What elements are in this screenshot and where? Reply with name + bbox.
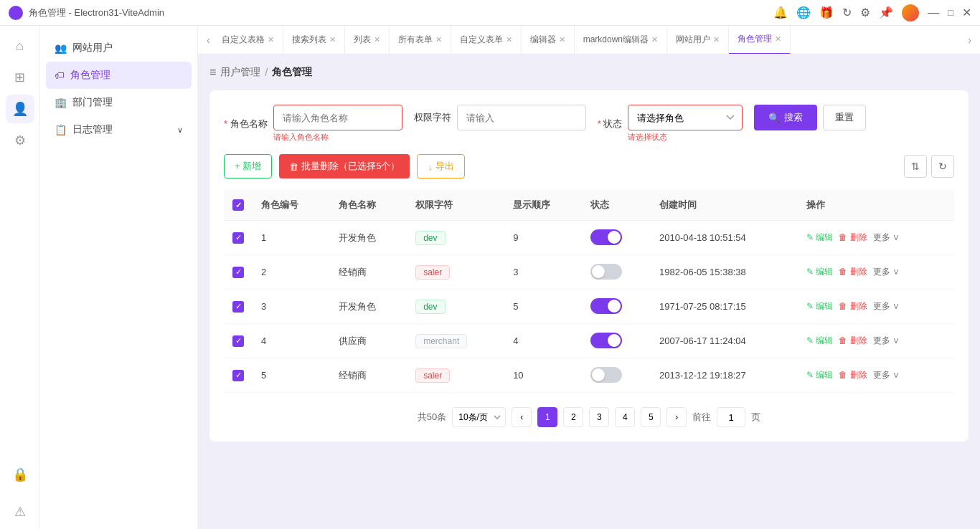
nav-item-lock[interactable]: 🔒 <box>6 460 34 489</box>
cell-status <box>582 255 651 290</box>
tab-close-list[interactable]: ✕ <box>374 35 380 44</box>
sort-button[interactable]: ⇅ <box>904 155 927 178</box>
sidebar-item-website-users[interactable]: 👥 网站用户 <box>40 34 197 62</box>
role-name-input[interactable] <box>273 105 402 130</box>
tab-list[interactable]: 列表 ✕ <box>345 26 390 54</box>
tab-all-forms[interactable]: 所有表单 ✕ <box>390 26 451 54</box>
nav-item-settings[interactable]: ⚙ <box>6 126 34 155</box>
cell-order: 10 <box>504 358 582 393</box>
page-3-button[interactable]: 3 <box>589 407 609 427</box>
nav-item-home[interactable]: ⌂ <box>6 32 34 60</box>
more-button-0[interactable]: 更多 ∨ <box>873 232 900 244</box>
page-2-button[interactable]: 2 <box>563 407 583 427</box>
cell-actions: ✎ 编辑 🗑 删除 更多 ∨ <box>798 324 954 358</box>
per-page-select[interactable]: 10条/页 20条/页 50条/页 <box>452 407 506 427</box>
tabs-arrow-left[interactable]: ‹ <box>204 34 213 46</box>
page-prev-button[interactable]: ‹ <box>512 407 532 427</box>
bell-icon[interactable]: 🔔 <box>773 6 788 19</box>
tab-custom-form[interactable]: 自定义表单 ✕ <box>451 26 522 54</box>
cell-actions: ✎ 编辑 🗑 删除 更多 ∨ <box>798 221 954 255</box>
cell-permission: merchant <box>407 324 504 358</box>
more-button-3[interactable]: 更多 ∨ <box>873 335 900 347</box>
select-all-checkbox[interactable] <box>232 199 244 211</box>
row-checkbox-1[interactable] <box>232 267 244 278</box>
minimize-button[interactable]: — <box>928 6 939 19</box>
row-checkbox-0[interactable] <box>232 232 244 244</box>
tabs-arrow-right[interactable]: › <box>965 34 974 46</box>
nav-item-user[interactable]: 👤 <box>6 95 34 123</box>
delete-button-0[interactable]: 🗑 删除 <box>839 232 867 244</box>
gift-icon[interactable]: 🎁 <box>819 6 834 19</box>
tab-role-mgmt[interactable]: 角色管理 ✕ <box>729 26 791 54</box>
edit-button-0[interactable]: ✎ 编辑 <box>806 232 833 244</box>
col-header-status: 状态 <box>582 190 651 221</box>
more-button-4[interactable]: 更多 ∨ <box>873 369 900 381</box>
status-toggle[interactable] <box>590 367 622 383</box>
goto-input[interactable] <box>717 407 745 427</box>
delete-button-3[interactable]: 🗑 删除 <box>839 335 867 347</box>
delete-button-2[interactable]: 🗑 删除 <box>839 300 867 313</box>
tab-website-users[interactable]: 网站用户 ✕ <box>667 26 729 54</box>
table-row: 3开发角色dev51971-07-25 08:17:15 ✎ 编辑 🗑 删除 更… <box>224 290 954 324</box>
more-button-2[interactable]: 更多 ∨ <box>873 300 900 313</box>
sidebar-item-role-mgmt[interactable]: 🏷 角色管理 <box>46 62 192 89</box>
breadcrumb-parent[interactable]: 用户管理 <box>220 66 260 79</box>
status-toggle[interactable] <box>590 298 622 314</box>
permission-input[interactable] <box>457 105 586 130</box>
cell-name: 供应商 <box>330 324 407 358</box>
row-checkbox-3[interactable] <box>232 335 244 347</box>
settings-icon[interactable]: ⚙ <box>860 6 870 19</box>
page-5-button[interactable]: 5 <box>641 407 661 427</box>
page-4-button[interactable]: 4 <box>615 407 635 427</box>
more-button-1[interactable]: 更多 ∨ <box>873 266 900 278</box>
edit-button-3[interactable]: ✎ 编辑 <box>806 335 833 347</box>
tab-close-all-forms[interactable]: ✕ <box>435 35 442 44</box>
tab-search-list[interactable]: 搜索列表 ✕ <box>283 26 345 54</box>
tab-close-website-users[interactable]: ✕ <box>713 35 720 44</box>
tab-close-editor[interactable]: ✕ <box>559 35 565 44</box>
tab-close-markdown-editor[interactable]: ✕ <box>651 35 658 44</box>
edit-button-2[interactable]: ✎ 编辑 <box>806 300 833 313</box>
search-button[interactable]: 🔍 搜索 <box>754 105 817 130</box>
close-button[interactable]: ✕ <box>962 6 971 19</box>
tab-close-search-list[interactable]: ✕ <box>329 35 336 44</box>
status-toggle[interactable] <box>590 333 622 348</box>
tab-editor[interactable]: 编辑器 ✕ <box>522 26 575 54</box>
col-header-permission: 权限字符 <box>407 190 504 221</box>
tab-markdown-editor[interactable]: markdown编辑器 ✕ <box>575 26 667 54</box>
page-1-button[interactable]: 1 <box>537 407 557 427</box>
row-checkbox-4[interactable] <box>232 370 244 381</box>
delete-button-1[interactable]: 🗑 删除 <box>839 266 867 278</box>
delete-button-4[interactable]: 🗑 删除 <box>839 369 867 381</box>
cell-permission: saler <box>407 255 504 290</box>
sidebar-item-dept-mgmt[interactable]: 🏢 部门管理 <box>40 89 197 116</box>
sidebar-item-log-mgmt[interactable]: 📋 日志管理 ∨ <box>40 116 197 143</box>
pin-icon[interactable]: 📌 <box>879 6 893 19</box>
tab-custom-table[interactable]: 自定义表格 ✕ <box>213 26 283 54</box>
tab-close-custom-table[interactable]: ✕ <box>268 35 274 44</box>
cell-status <box>582 290 651 324</box>
tab-close-custom-form[interactable]: ✕ <box>506 35 512 44</box>
status-select[interactable]: 请选择角色 启用 禁用 <box>628 105 743 130</box>
user-avatar[interactable] <box>902 4 919 22</box>
nav-item-warning[interactable]: ⚠ <box>6 497 34 526</box>
cell-created: 1971-07-25 08:17:15 <box>651 290 798 324</box>
row-checkbox-2[interactable] <box>232 301 244 313</box>
reset-button[interactable]: 重置 <box>823 105 866 130</box>
export-button[interactable]: ↓ 导出 <box>417 154 465 178</box>
permission-badge: saler <box>415 265 450 280</box>
status-toggle[interactable] <box>590 229 622 245</box>
tab-close-role-mgmt[interactable]: ✕ <box>775 34 781 44</box>
status-toggle[interactable] <box>590 264 622 280</box>
page-next-button[interactable]: › <box>666 407 687 427</box>
refresh-table-button[interactable]: ↻ <box>931 155 954 178</box>
permission-badge: merchant <box>415 334 467 348</box>
globe-icon[interactable]: 🌐 <box>796 6 811 19</box>
batch-delete-button[interactable]: 🗑 批量删除（已选择5个） <box>279 154 410 178</box>
add-button[interactable]: + 新增 <box>224 154 272 178</box>
edit-button-1[interactable]: ✎ 编辑 <box>806 266 833 278</box>
edit-button-4[interactable]: ✎ 编辑 <box>806 369 833 381</box>
refresh-icon[interactable]: ↻ <box>842 6 852 19</box>
nav-item-grid[interactable]: ⊞ <box>6 63 34 92</box>
maximize-button[interactable]: □ <box>948 7 953 18</box>
